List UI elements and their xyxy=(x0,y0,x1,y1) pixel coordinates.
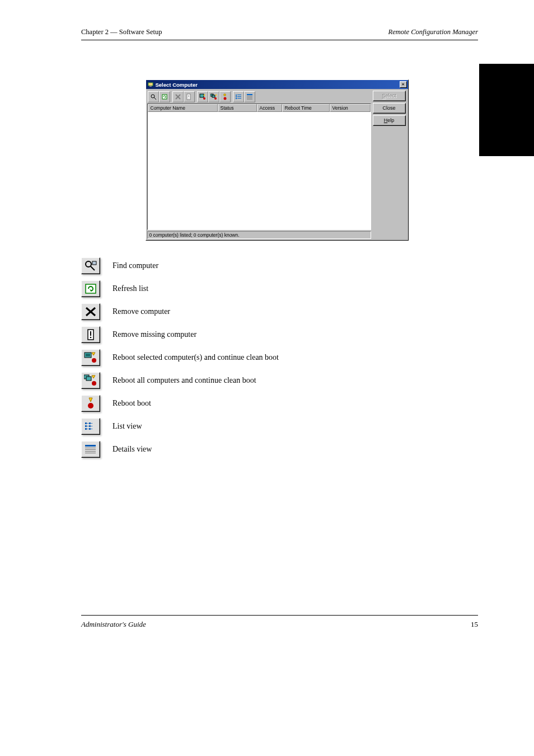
reboot-selected-button[interactable] xyxy=(197,91,208,102)
close-button[interactable]: Close xyxy=(373,103,406,114)
details-view-icon xyxy=(81,441,100,458)
svg-rect-56 xyxy=(85,451,96,452)
legend-label: Reboot all computers and continue clean … xyxy=(113,376,256,385)
svg-rect-19 xyxy=(237,98,241,98)
legend-label: List view xyxy=(113,422,142,431)
col-reboot-time[interactable]: Reboot Time xyxy=(282,104,330,112)
running-footer: Administrator's Guide 15 xyxy=(81,620,478,629)
svg-rect-57 xyxy=(85,453,96,453)
svg-rect-44 xyxy=(91,423,92,424)
svg-point-36 xyxy=(92,358,96,363)
legend-row-details-view: Details view xyxy=(81,441,478,458)
reboot-boot-icon xyxy=(81,395,100,412)
reboot-all-icon xyxy=(81,372,100,389)
legend-label: Reboot selected computer(s) and continue… xyxy=(113,353,279,362)
remove-button[interactable] xyxy=(172,91,184,102)
dialog-figure: Select Computer × xyxy=(76,79,478,241)
remove-missing-button[interactable] xyxy=(184,91,195,102)
svg-point-40 xyxy=(88,403,93,408)
dialog-toolbar xyxy=(147,90,371,104)
refresh-button[interactable] xyxy=(159,91,170,102)
col-computer-name[interactable]: Computer Name xyxy=(148,104,218,112)
svg-rect-20 xyxy=(247,94,252,95)
find-computer-icon xyxy=(81,257,100,274)
svg-point-13 xyxy=(223,97,226,100)
svg-rect-17 xyxy=(237,96,241,97)
app-icon xyxy=(147,81,154,88)
legend-row-reboot-boot: Reboot boot xyxy=(81,395,478,412)
svg-rect-41 xyxy=(85,422,87,424)
close-icon[interactable]: × xyxy=(400,81,407,88)
dialog-title: Select Computer xyxy=(156,82,198,88)
svg-rect-22 xyxy=(247,97,252,97)
svg-rect-14 xyxy=(236,95,237,96)
svg-rect-46 xyxy=(87,426,88,426)
svg-rect-1 xyxy=(149,86,152,87)
svg-rect-21 xyxy=(247,96,252,96)
svg-rect-43 xyxy=(89,422,91,424)
svg-point-12 xyxy=(214,97,217,100)
list-view-button[interactable] xyxy=(233,91,244,102)
reboot-boot-button[interactable] xyxy=(219,91,231,102)
svg-rect-52 xyxy=(91,429,92,429)
toolbar-legend: Find computer Refresh list Remove comput… xyxy=(81,257,478,458)
col-status[interactable]: Status xyxy=(218,104,257,112)
header-left: Chapter 2 — Software Setup xyxy=(81,28,162,36)
remove-icon xyxy=(81,303,100,320)
svg-point-25 xyxy=(86,261,91,267)
details-view-button[interactable] xyxy=(244,91,255,102)
svg-rect-35 xyxy=(86,354,90,356)
refresh-icon xyxy=(81,280,100,297)
legend-row-reboot-all: Reboot all computers and continue clean … xyxy=(81,372,478,389)
svg-rect-8 xyxy=(200,94,204,97)
footer-rule xyxy=(81,615,478,616)
svg-rect-24 xyxy=(247,99,252,100)
svg-rect-0 xyxy=(148,83,153,86)
col-access[interactable]: Access xyxy=(257,104,282,112)
svg-rect-38 xyxy=(86,377,91,381)
svg-rect-48 xyxy=(91,426,92,426)
legend-row-remove-missing: Remove missing computer xyxy=(81,326,478,343)
dialog-titlebar: Select Computer × xyxy=(146,80,408,89)
svg-point-9 xyxy=(203,97,205,100)
select-computer-dialog: Select Computer × xyxy=(146,79,409,241)
legend-label: Reboot boot xyxy=(113,399,151,408)
reboot-selected-icon xyxy=(81,349,100,366)
svg-rect-16 xyxy=(236,96,237,97)
running-header: Chapter 2 — Software Setup Remote Config… xyxy=(81,28,478,36)
col-version[interactable]: Version xyxy=(330,104,371,112)
legend-row-remove: Remove computer xyxy=(81,303,478,320)
reboot-all-button[interactable] xyxy=(208,91,219,102)
help-button[interactable]: Help xyxy=(373,115,406,126)
select-button: Select xyxy=(373,91,406,101)
svg-point-33 xyxy=(90,337,92,339)
find-computer-button[interactable] xyxy=(148,91,159,102)
footer-right: 15 xyxy=(471,620,478,629)
legend-label: Remove computer xyxy=(113,307,170,316)
svg-rect-28 xyxy=(86,284,96,293)
footer-left: Administrator's Guide xyxy=(81,620,146,629)
svg-rect-49 xyxy=(85,428,87,430)
svg-rect-50 xyxy=(87,429,88,429)
svg-rect-11 xyxy=(212,95,215,97)
legend-row-refresh: Refresh list xyxy=(81,280,478,297)
svg-rect-51 xyxy=(89,428,91,430)
legend-label: Remove missing computer xyxy=(113,330,196,339)
legend-label: Find computer xyxy=(113,261,158,270)
header-rule xyxy=(81,40,478,40)
remove-missing-icon xyxy=(81,326,100,343)
header-right: Remote Configuration Manager xyxy=(388,28,478,36)
svg-rect-27 xyxy=(92,261,96,265)
list-view-icon xyxy=(81,418,100,435)
svg-rect-45 xyxy=(85,425,87,427)
svg-rect-54 xyxy=(85,448,96,448)
svg-rect-42 xyxy=(87,423,88,424)
computer-list[interactable]: Computer Name Status Access Reboot Time … xyxy=(147,104,371,230)
svg-rect-23 xyxy=(247,98,252,98)
legend-row-list-view: List view xyxy=(81,418,478,435)
list-header-row: Computer Name Status Access Reboot Time … xyxy=(148,104,371,112)
svg-rect-4 xyxy=(162,95,167,99)
svg-rect-18 xyxy=(236,98,237,99)
svg-point-39 xyxy=(92,381,96,386)
svg-rect-55 xyxy=(85,449,96,450)
